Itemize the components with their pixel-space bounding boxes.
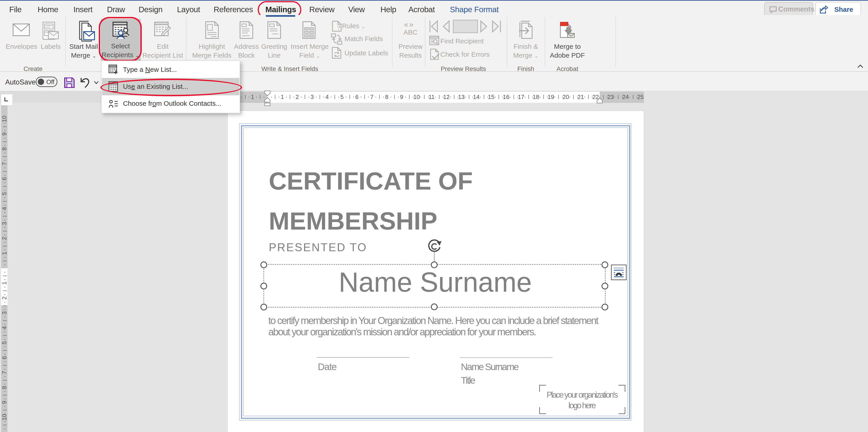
svg-text:?: ? [337, 24, 340, 31]
